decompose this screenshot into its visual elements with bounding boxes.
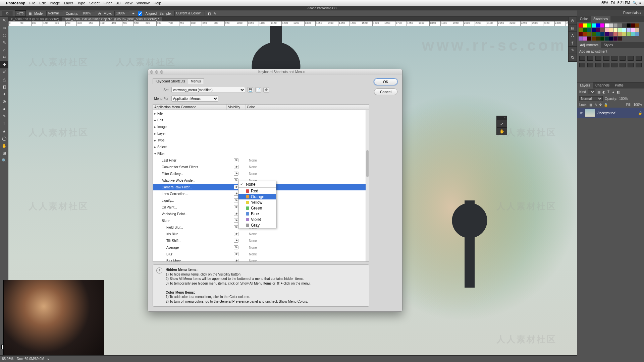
swatch[interactable] bbox=[627, 28, 631, 32]
color-option-none[interactable]: ✓None bbox=[238, 181, 276, 187]
filter-shape-icon[interactable]: ▲ bbox=[611, 90, 615, 94]
tab-channels[interactable]: Channels bbox=[593, 82, 612, 88]
filter-smart-icon[interactable]: ◧ bbox=[617, 90, 620, 94]
adj-invert-icon[interactable] bbox=[603, 63, 609, 67]
tab-layers[interactable]: Layers bbox=[577, 82, 593, 88]
menu-row[interactable]: Iris Blur...👁None bbox=[153, 231, 366, 237]
filter-pixel-icon[interactable]: ▦ bbox=[597, 90, 600, 94]
adj-levels-icon[interactable] bbox=[587, 56, 593, 61]
adj-mixer-icon[interactable] bbox=[587, 63, 593, 67]
tool-13[interactable]: ✎ bbox=[0, 113, 8, 120]
layer-background[interactable]: 👁 Background 🔒 bbox=[577, 108, 644, 118]
tool-16[interactable]: ◯ bbox=[0, 135, 8, 142]
adj-thresh-icon[interactable] bbox=[620, 63, 626, 67]
swatch[interactable] bbox=[631, 32, 635, 36]
lock-all-icon[interactable]: 🔒 bbox=[604, 103, 608, 107]
swatch[interactable] bbox=[592, 28, 596, 32]
visibility-toggle[interactable]: 👁 bbox=[234, 252, 238, 256]
visibility-toggle[interactable]: 👁 bbox=[234, 165, 238, 169]
actions-icon[interactable]: ▤ bbox=[569, 24, 577, 32]
menu-window[interactable]: Window bbox=[137, 1, 150, 5]
minimize-icon[interactable] bbox=[155, 70, 158, 74]
visibility-toggle[interactable]: 👁 bbox=[234, 225, 238, 229]
swatch[interactable] bbox=[605, 28, 609, 32]
lock-pos-icon[interactable]: ✥ bbox=[599, 103, 602, 107]
brush-size[interactable]: •175 bbox=[15, 10, 26, 16]
menu-select[interactable]: Select bbox=[89, 1, 100, 5]
tool-19[interactable]: 🔍 bbox=[0, 157, 8, 164]
swatch[interactable] bbox=[592, 37, 596, 41]
swatch[interactable] bbox=[600, 23, 604, 27]
menu-row[interactable]: Tilt-Shift...👁None bbox=[153, 237, 366, 244]
adj-curves-icon[interactable] bbox=[595, 56, 601, 61]
doc-tab-0[interactable]: C_5680-Edit.tif @ 85.9% (RGB/16*) bbox=[8, 17, 62, 21]
adj-lookup-icon[interactable] bbox=[595, 63, 601, 67]
fill-value[interactable]: 100% bbox=[633, 103, 642, 107]
menu-row[interactable]: ▸Type bbox=[153, 137, 366, 143]
adj-hue-icon[interactable] bbox=[620, 56, 626, 61]
adj-exposure-icon[interactable] bbox=[603, 56, 609, 61]
tool-1[interactable]: ▭ bbox=[0, 24, 8, 32]
swatch[interactable] bbox=[605, 32, 609, 36]
history-icon[interactable]: ◷ bbox=[569, 17, 577, 24]
toggle-panel-icon[interactable]: ▦ bbox=[29, 12, 32, 15]
menu-row[interactable]: ▸Image bbox=[153, 123, 366, 130]
menu-edit[interactable]: Edit bbox=[39, 1, 46, 5]
menu-row[interactable]: Average👁None bbox=[153, 244, 366, 251]
swatch[interactable] bbox=[618, 37, 622, 41]
swatch[interactable] bbox=[587, 28, 591, 32]
visibility-toggle[interactable]: 👁 bbox=[234, 259, 238, 261]
spotlight-icon[interactable]: 🔍 bbox=[633, 1, 637, 5]
tool-10[interactable]: ✦ bbox=[0, 90, 8, 98]
close-icon[interactable] bbox=[150, 70, 153, 74]
col-color[interactable]: Color bbox=[246, 105, 369, 110]
swatch[interactable] bbox=[613, 23, 618, 27]
filter-adj-icon[interactable]: ◐ bbox=[602, 90, 605, 94]
tool-17[interactable]: ✋ bbox=[0, 142, 8, 149]
swatch[interactable] bbox=[618, 23, 622, 27]
workspace-switcher[interactable]: Essentials » bbox=[577, 10, 644, 16]
swatch[interactable] bbox=[583, 23, 587, 27]
color-option-yellow[interactable]: Yellow bbox=[238, 199, 276, 205]
visibility-toggle[interactable]: 👁 bbox=[234, 198, 238, 202]
aligned-checkbox[interactable] bbox=[138, 11, 142, 16]
mini-panel-close-icon[interactable]: × bbox=[497, 116, 507, 120]
set-select[interactable]: vonwong_menu (modified) bbox=[171, 87, 245, 93]
swatch[interactable] bbox=[622, 23, 626, 27]
tool-0[interactable]: ↖ bbox=[0, 17, 8, 24]
color-option-red[interactable]: Red bbox=[238, 188, 276, 194]
adj-gradmap-icon[interactable] bbox=[628, 63, 634, 67]
swatch[interactable] bbox=[635, 32, 639, 36]
tool-4[interactable]: ⌕ bbox=[0, 46, 8, 54]
menu-for-select[interactable]: Application Menus bbox=[171, 96, 218, 102]
menu-3d[interactable]: 3D bbox=[116, 1, 120, 5]
notifications-icon[interactable]: ≡ bbox=[639, 1, 641, 5]
menu-type[interactable]: Type bbox=[77, 1, 85, 5]
new-set-icon[interactable]: 📄 bbox=[255, 87, 261, 93]
swatch[interactable] bbox=[631, 28, 635, 32]
swatch[interactable] bbox=[587, 32, 591, 36]
tool-18[interactable]: ⊞ bbox=[0, 149, 8, 157]
swatch[interactable] bbox=[627, 32, 631, 36]
layer-thumbnail[interactable] bbox=[585, 109, 595, 117]
opacity-value[interactable]: 100% bbox=[81, 11, 96, 16]
visibility-toggle[interactable]: 👁 bbox=[234, 245, 238, 249]
adj-photo-icon[interactable] bbox=[579, 63, 585, 67]
menu-scrollbar[interactable] bbox=[366, 110, 369, 261]
tool-7[interactable]: ✐ bbox=[0, 68, 8, 76]
airbrush-icon[interactable]: ✈ bbox=[132, 12, 135, 15]
paragraph-icon[interactable]: ¶ bbox=[569, 39, 577, 47]
swatch[interactable] bbox=[579, 28, 583, 32]
tool-5[interactable]: ✂ bbox=[0, 54, 8, 61]
swatch[interactable] bbox=[600, 28, 604, 32]
adj-vibrance-icon[interactable] bbox=[611, 56, 618, 61]
swatch[interactable] bbox=[635, 23, 639, 27]
visibility-toggle[interactable]: 👁 bbox=[234, 178, 238, 182]
tab-keyboard-shortcuts[interactable]: Keyboard Shortcuts bbox=[153, 78, 188, 84]
cancel-button[interactable]: Cancel bbox=[374, 88, 397, 95]
color-dropdown[interactable]: ✓NoneRedOrangeYellowGreenBlueVioletGray bbox=[238, 181, 276, 228]
swatch[interactable] bbox=[609, 23, 613, 27]
visibility-toggle[interactable]: 👁 bbox=[234, 185, 238, 189]
tool-11[interactable]: ⊘ bbox=[0, 98, 8, 105]
visibility-toggle[interactable]: 👁 bbox=[234, 205, 238, 209]
